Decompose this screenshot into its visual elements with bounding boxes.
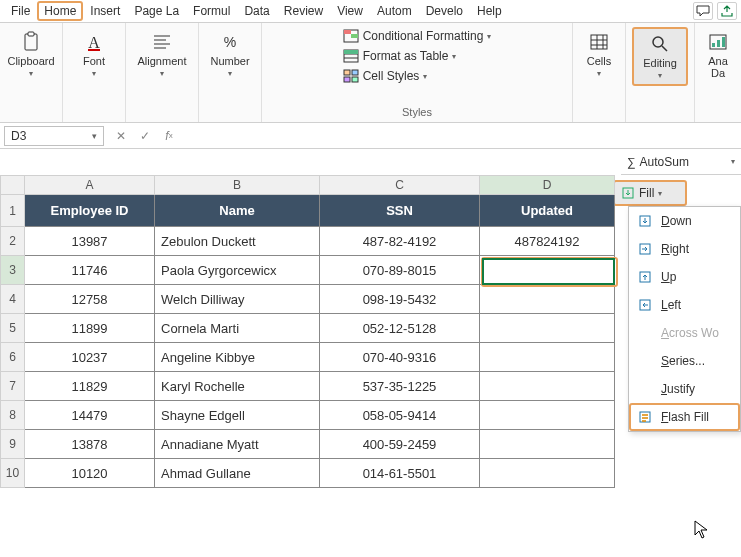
- fill-label: Fill: [639, 186, 654, 200]
- menu-view[interactable]: View: [330, 1, 370, 21]
- cell-a3[interactable]: 11746: [25, 256, 155, 285]
- chevron-down-icon: ▾: [658, 189, 662, 198]
- fx-icon[interactable]: fx: [158, 126, 180, 146]
- menu-help[interactable]: Help: [470, 1, 509, 21]
- svg-rect-18: [344, 77, 350, 82]
- cell-c6[interactable]: 070-40-9316: [320, 343, 480, 372]
- menu-file[interactable]: File: [4, 1, 37, 21]
- col-header-d[interactable]: D: [480, 175, 615, 195]
- cell-b10[interactable]: Ahmad Gullane: [155, 459, 320, 488]
- cell-a6[interactable]: 10237: [25, 343, 155, 372]
- menu-home[interactable]: Home: [37, 1, 83, 21]
- cell-d5[interactable]: [480, 314, 615, 343]
- alignment-button[interactable]: Alignment ▾: [132, 27, 192, 82]
- menu-review[interactable]: Review: [277, 1, 330, 21]
- cell-b4[interactable]: Welch Dilliway: [155, 285, 320, 314]
- cell-c1[interactable]: SSN: [320, 195, 480, 227]
- cell-c7[interactable]: 537-35-1225: [320, 372, 480, 401]
- share-icon[interactable]: [717, 2, 737, 20]
- row-header-4[interactable]: 4: [0, 285, 25, 314]
- cell-b2[interactable]: Zebulon Duckett: [155, 227, 320, 256]
- cell-c2[interactable]: 487-82-4192: [320, 227, 480, 256]
- cell-c10[interactable]: 014-61-5501: [320, 459, 480, 488]
- select-all-corner[interactable]: [0, 175, 25, 195]
- styles-group-label: Styles: [402, 104, 432, 120]
- cell-d10[interactable]: [480, 459, 615, 488]
- cell-b3[interactable]: Paola Gyrgorcewicx: [155, 256, 320, 285]
- row-header-10[interactable]: 10: [0, 459, 25, 488]
- menu-developer[interactable]: Develo: [419, 1, 470, 21]
- autosum-label[interactable]: AutoSum: [640, 155, 689, 169]
- cell-d9[interactable]: [480, 430, 615, 459]
- font-button[interactable]: A Font ▾: [69, 27, 119, 82]
- fill-down[interactable]: Down: [629, 207, 740, 235]
- chevron-down-icon[interactable]: ▾: [731, 157, 735, 166]
- clipboard-button[interactable]: Clipboard ▾: [6, 27, 56, 82]
- fill-justify[interactable]: Justify: [629, 375, 740, 403]
- cell-a9[interactable]: 13878: [25, 430, 155, 459]
- col-header-c[interactable]: C: [320, 175, 480, 195]
- menu-data[interactable]: Data: [237, 1, 276, 21]
- col-header-a[interactable]: A: [25, 175, 155, 195]
- svg-rect-19: [352, 77, 358, 82]
- fill-left[interactable]: Left: [629, 291, 740, 319]
- row-header-8[interactable]: 8: [0, 401, 25, 430]
- row-header-2[interactable]: 2: [0, 227, 25, 256]
- cell-b9[interactable]: Annadiane Myatt: [155, 430, 320, 459]
- cell-styles-button[interactable]: Cell Styles ▾: [339, 67, 496, 85]
- confirm-formula-icon[interactable]: ✓: [134, 126, 156, 146]
- cell-b5[interactable]: Cornela Marti: [155, 314, 320, 343]
- comments-icon[interactable]: [693, 2, 713, 20]
- cell-a4[interactable]: 12758: [25, 285, 155, 314]
- cell-d8[interactable]: [480, 401, 615, 430]
- menu-page-layout[interactable]: Page La: [127, 1, 186, 21]
- row-header-6[interactable]: 6: [0, 343, 25, 372]
- cell-d1[interactable]: Updated: [480, 195, 615, 227]
- fill-series[interactable]: Series...: [629, 347, 740, 375]
- cell-c3[interactable]: 070-89-8015: [320, 256, 480, 285]
- cell-c8[interactable]: 058-05-9414: [320, 401, 480, 430]
- cells-button[interactable]: Cells ▾: [579, 27, 619, 82]
- cell-c9[interactable]: 400-59-2459: [320, 430, 480, 459]
- menu-automate[interactable]: Autom: [370, 1, 419, 21]
- editing-button[interactable]: Editing ▾: [632, 27, 688, 86]
- cell-b8[interactable]: Shayne Edgell: [155, 401, 320, 430]
- cell-d2[interactable]: 487824192: [480, 227, 615, 256]
- number-button[interactable]: % Number ▾: [205, 27, 255, 82]
- fill-right[interactable]: Right: [629, 235, 740, 263]
- cell-b6[interactable]: Angeline Kibbye: [155, 343, 320, 372]
- formula-bar[interactable]: [186, 126, 737, 146]
- menu-formulas[interactable]: Formul: [186, 1, 237, 21]
- format-as-table-button[interactable]: Format as Table ▾: [339, 47, 496, 65]
- analyze-button[interactable]: AnaDa: [701, 27, 735, 83]
- cell-b7[interactable]: Karyl Rochelle: [155, 372, 320, 401]
- cell-c5[interactable]: 052-12-5128: [320, 314, 480, 343]
- row-header-3[interactable]: 3: [0, 256, 25, 285]
- fill-across-label: Across Wo: [661, 326, 719, 340]
- conditional-formatting-button[interactable]: Conditional Formatting ▾: [339, 27, 496, 45]
- menu-insert[interactable]: Insert: [83, 1, 127, 21]
- cell-c4[interactable]: 098-19-5432: [320, 285, 480, 314]
- cell-a7[interactable]: 11829: [25, 372, 155, 401]
- cell-a8[interactable]: 14479: [25, 401, 155, 430]
- cell-d3[interactable]: [480, 256, 615, 285]
- col-header-b[interactable]: B: [155, 175, 320, 195]
- cancel-formula-icon[interactable]: ✕: [110, 126, 132, 146]
- flash-fill[interactable]: Flash Fill: [629, 403, 740, 431]
- cell-d4[interactable]: [480, 285, 615, 314]
- cell-a10[interactable]: 10120: [25, 459, 155, 488]
- name-box[interactable]: D3 ▾: [4, 126, 104, 146]
- cell-b1[interactable]: Name: [155, 195, 320, 227]
- cell-a2[interactable]: 13987: [25, 227, 155, 256]
- fill-up[interactable]: Up: [629, 263, 740, 291]
- row-header-7[interactable]: 7: [0, 372, 25, 401]
- cell-a1[interactable]: Employee ID: [25, 195, 155, 227]
- chevron-down-icon: ▾: [658, 71, 662, 80]
- row-header-5[interactable]: 5: [0, 314, 25, 343]
- cell-d6[interactable]: [480, 343, 615, 372]
- cell-d7[interactable]: [480, 372, 615, 401]
- cell-a5[interactable]: 11899: [25, 314, 155, 343]
- row-header-1[interactable]: 1: [0, 195, 25, 227]
- row-header-9[interactable]: 9: [0, 430, 25, 459]
- fill-button[interactable]: Fill ▾: [613, 180, 687, 206]
